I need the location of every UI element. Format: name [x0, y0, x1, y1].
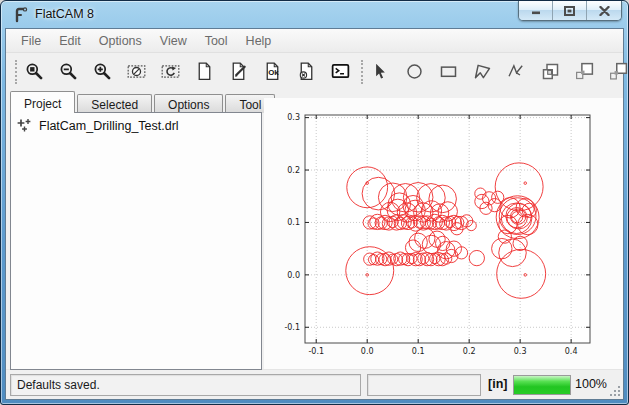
tree-item[interactable]: FlatCam_Drilling_Test.drl — [11, 113, 261, 136]
copy-tool-icon — [574, 60, 595, 83]
menu-item-edit[interactable]: Edit — [50, 31, 90, 51]
new-file-icon — [194, 60, 215, 83]
circle-tool-button[interactable] — [403, 60, 426, 83]
replot-button[interactable] — [159, 60, 182, 83]
zoom-out-icon — [58, 60, 79, 83]
svg-text:0.4: 0.4 — [565, 347, 578, 356]
flatcam-logo-icon — [12, 6, 29, 23]
plot-canvas[interactable]: -0.10.00.10.20.30.4-0.10.00.10.20.3 — [264, 98, 623, 371]
toolbar-separator — [361, 60, 363, 84]
drill-icon — [17, 118, 33, 134]
copy-tool-button[interactable] — [573, 60, 596, 83]
shell-button[interactable] — [329, 60, 352, 83]
statusbar: Defaults saved. [in] 100% — [6, 369, 623, 399]
toolbar-group — [369, 60, 629, 83]
cancel-file-button[interactable] — [295, 60, 318, 83]
edit-file-icon — [228, 60, 249, 83]
path-tool-icon — [506, 60, 527, 83]
tree-item-label: FlatCam_Drilling_Test.drl — [39, 119, 179, 133]
svg-text:0.3: 0.3 — [287, 113, 300, 122]
svg-text:-0.1: -0.1 — [308, 347, 324, 356]
zoom-fit-button[interactable] — [23, 60, 46, 83]
tab-selected[interactable]: Selected — [77, 94, 152, 113]
polygon-tool-icon — [472, 60, 493, 83]
zoom-fit-icon — [24, 60, 45, 83]
move-tool-button[interactable] — [607, 60, 629, 83]
status-secondary — [367, 374, 481, 396]
progress-fill — [514, 376, 570, 394]
cancel-file-icon — [296, 60, 317, 83]
rectangle-tool-icon — [438, 60, 459, 83]
tab-options[interactable]: Options — [154, 94, 223, 113]
zoom-out-button[interactable] — [57, 60, 80, 83]
path-tool-button[interactable] — [505, 60, 528, 83]
edit-file-button[interactable] — [227, 60, 250, 83]
svg-text:0.0: 0.0 — [287, 271, 300, 280]
progress-bar — [513, 375, 571, 395]
maximize-button[interactable] — [553, 1, 587, 20]
status-message: Defaults saved. — [10, 374, 361, 396]
menu-item-help[interactable]: Help — [237, 31, 281, 51]
toolbar: Ok — [6, 54, 623, 89]
menu-item-view[interactable]: View — [151, 31, 196, 51]
circle-tool-icon — [404, 60, 425, 83]
svg-text:Ok: Ok — [268, 68, 279, 77]
ok-file-icon: Ok — [262, 60, 283, 83]
svg-text:0.3: 0.3 — [514, 347, 527, 356]
progress-percent: 100% — [575, 377, 607, 391]
toolbar-group: Ok — [23, 60, 352, 83]
move-tool-icon — [608, 60, 629, 83]
rectangle-tool-button[interactable] — [437, 60, 460, 83]
select-cursor-button[interactable] — [369, 60, 392, 83]
close-button[interactable] — [587, 1, 621, 20]
menubar: FileEditOptionsViewToolHelp — [6, 29, 623, 53]
window-title: FlatCAM 8 — [35, 7, 94, 21]
tab-bar: ProjectSelectedOptionsTool — [10, 91, 277, 113]
project-tree-panel[interactable]: FlatCam_Drilling_Test.drl — [10, 112, 262, 370]
titlebar[interactable]: FlatCAM 8 — [1, 1, 628, 28]
menu-item-file[interactable]: File — [12, 31, 50, 51]
svg-text:0.0: 0.0 — [361, 347, 374, 356]
polygon-tool-button[interactable] — [471, 60, 494, 83]
caption-buttons — [518, 1, 622, 21]
clear-plot-icon — [126, 60, 147, 83]
clear-plot-button[interactable] — [125, 60, 148, 83]
resize-grip[interactable] — [608, 384, 620, 396]
client-area: FileEditOptionsViewToolHelp Ok ProjectSe… — [5, 28, 624, 400]
toolbar-separator — [15, 60, 17, 84]
svg-text:-0.1: -0.1 — [284, 323, 300, 332]
new-file-button[interactable] — [193, 60, 216, 83]
zoom-in-button[interactable] — [91, 60, 114, 83]
menu-item-options[interactable]: Options — [90, 31, 151, 51]
svg-text:0.1: 0.1 — [412, 347, 425, 356]
union-tool-icon — [540, 60, 561, 83]
svg-text:0.2: 0.2 — [287, 166, 300, 175]
units-label: [in] — [488, 377, 507, 391]
tab-project[interactable]: Project — [10, 91, 75, 113]
union-tool-button[interactable] — [539, 60, 562, 83]
drill-plot[interactable]: -0.10.00.10.20.30.4-0.10.00.10.20.3 — [264, 98, 623, 371]
minimize-button[interactable] — [519, 1, 553, 20]
ok-file-button[interactable]: Ok — [261, 60, 284, 83]
replot-icon — [160, 60, 181, 83]
shell-icon — [330, 60, 351, 83]
select-cursor-icon — [370, 60, 391, 83]
svg-text:0.2: 0.2 — [463, 347, 476, 356]
zoom-in-icon — [92, 60, 113, 83]
menu-item-tool[interactable]: Tool — [196, 31, 237, 51]
app-window: FlatCAM 8 FileEditOptionsViewToolHelp Ok… — [0, 0, 629, 405]
svg-text:0.1: 0.1 — [287, 218, 300, 227]
